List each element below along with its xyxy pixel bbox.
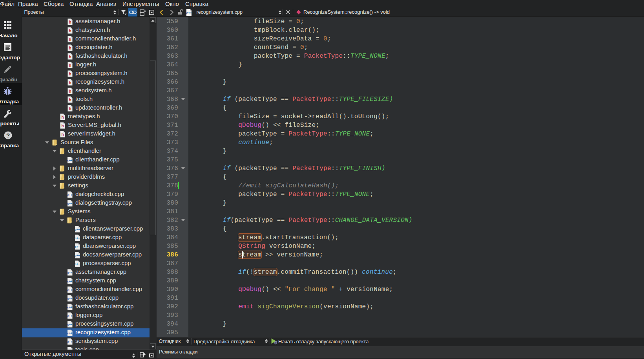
- svg-text:h: h: [69, 63, 71, 67]
- svg-text:h: h: [69, 37, 71, 41]
- svg-text:c++: c++: [68, 314, 73, 318]
- svg-text:h: h: [69, 20, 71, 24]
- svg-text:c++: c++: [68, 323, 73, 326]
- svg-text:h: h: [69, 97, 71, 102]
- svg-text:c++: c++: [68, 280, 73, 283]
- svg-text:h: h: [69, 54, 71, 59]
- svg-text:h: h: [69, 106, 71, 110]
- svg-text:h: h: [61, 123, 64, 128]
- svg-text:c++: c++: [75, 228, 80, 231]
- svg-text:c++: c++: [68, 288, 73, 292]
- svg-text:h: h: [69, 46, 71, 50]
- svg-text:c++: c++: [186, 11, 192, 15]
- svg-text:c++: c++: [68, 332, 73, 335]
- svg-text:c++: c++: [68, 297, 73, 300]
- svg-text:c++: c++: [75, 254, 80, 257]
- svg-text:h: h: [61, 115, 64, 119]
- svg-text:h: h: [69, 89, 71, 93]
- svg-text:c++: c++: [75, 245, 80, 249]
- svg-text:h: h: [69, 80, 71, 84]
- svg-text:c++: c++: [68, 202, 73, 205]
- svg-text:c++: c++: [68, 306, 73, 309]
- svg-text:h: h: [61, 132, 64, 136]
- svg-text:c++: c++: [68, 193, 73, 197]
- svg-text:c++: c++: [75, 262, 80, 266]
- svg-text:h: h: [69, 71, 71, 76]
- svg-text:c++: c++: [68, 340, 73, 344]
- svg-text:h: h: [69, 28, 71, 33]
- svg-text:c++: c++: [68, 271, 73, 275]
- svg-text:c++: c++: [75, 236, 80, 240]
- svg-text:c++: c++: [68, 159, 73, 162]
- svg-text:?: ?: [6, 132, 9, 139]
